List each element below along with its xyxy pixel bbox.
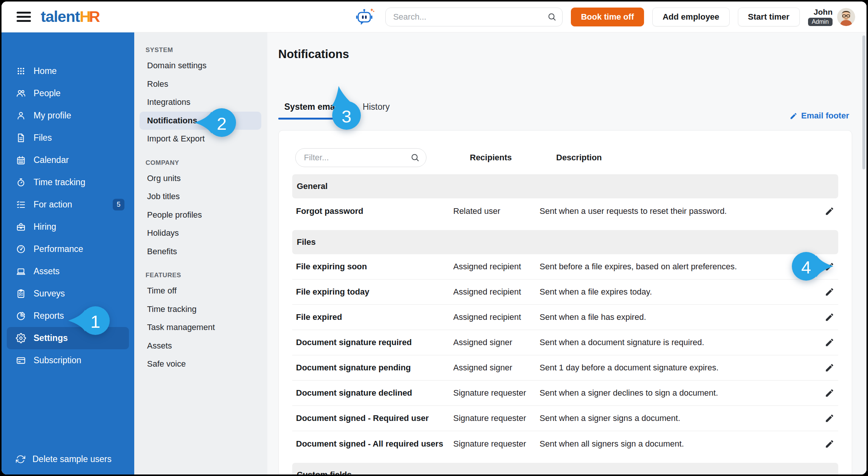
settings-nav-item-people-profiles[interactable]: People profiles xyxy=(146,206,267,224)
sidebar-item-label: Subscription xyxy=(34,355,81,365)
row-description: Sent when a document signature is requir… xyxy=(540,338,823,347)
sidebar-item-performance[interactable]: Performance xyxy=(2,238,134,260)
settings-nav-item-roles[interactable]: Roles xyxy=(146,75,267,94)
row-name: Forgot password xyxy=(296,206,453,216)
menu-icon[interactable] xyxy=(17,9,31,25)
svg-text:2: 2 xyxy=(217,114,227,134)
row-recipients: Assigned recipient xyxy=(453,312,540,322)
search-icon xyxy=(547,12,557,21)
row-description: Sent when all signers sign a document. xyxy=(540,439,823,449)
column-header-description: Description xyxy=(556,153,602,163)
people-icon xyxy=(16,88,26,98)
row-name: Document signed - All required users xyxy=(296,439,453,449)
delete-sample-users-button[interactable]: Delete sample users xyxy=(16,450,112,468)
settings-nav-item-domain-settings[interactable]: Domain settings xyxy=(146,57,267,75)
page-title: Notifications xyxy=(278,48,349,61)
edit-pencil-icon[interactable] xyxy=(823,439,834,449)
add-employee-button[interactable]: Add employee xyxy=(652,8,729,26)
filter-input[interactable] xyxy=(295,148,426,167)
sidebar-item-for-action[interactable]: For action5 xyxy=(2,193,134,216)
chatbot-icon[interactable] xyxy=(355,7,375,27)
email-footer-link[interactable]: Email footer xyxy=(790,111,849,121)
table-row: Document signature pending Assigned sign… xyxy=(292,355,838,381)
settings-nav-item-time-tracking[interactable]: Time tracking xyxy=(146,300,267,319)
settings-nav-item-org-units[interactable]: Org units xyxy=(146,169,267,188)
main-sidebar: Home People My profile Files Calendar Ti… xyxy=(2,32,134,474)
row-recipients: Signature requester xyxy=(453,388,540,398)
row-description: Sent 1 day before a document signature e… xyxy=(540,363,823,373)
gauge-icon xyxy=(16,244,26,254)
callout-marker-3: 3 xyxy=(325,85,368,131)
for-action-count-badge: 5 xyxy=(113,199,124,210)
svg-text:3: 3 xyxy=(342,106,351,126)
sidebar-item-home[interactable]: Home xyxy=(2,60,134,82)
table-header-row: Recipients Description xyxy=(295,148,835,167)
search-icon xyxy=(411,153,420,162)
table-row: Document signed - All required users Sig… xyxy=(292,431,838,456)
delete-sample-users-label: Delete sample users xyxy=(32,454,112,464)
sidebar-item-hiring[interactable]: Hiring xyxy=(2,216,134,238)
row-name: Document signed - Required user xyxy=(296,413,453,423)
sidebar-item-calendar[interactable]: Calendar xyxy=(2,149,134,171)
row-recipients: Assigned recipient xyxy=(453,287,540,297)
row-recipients: Signature requester xyxy=(453,439,540,449)
edit-pencil-icon[interactable] xyxy=(823,413,834,423)
logo-text-r: R xyxy=(89,8,100,25)
row-recipients: Assigned recipient xyxy=(453,262,540,272)
sidebar-item-label: Home xyxy=(34,66,57,76)
avatar[interactable] xyxy=(837,8,855,26)
settings-nav-item-task-management[interactable]: Task management xyxy=(146,318,267,337)
start-timer-button[interactable]: Start timer xyxy=(738,8,800,26)
row-recipients: Assigned signer xyxy=(453,338,540,347)
row-name: File expired xyxy=(296,312,453,322)
settings-nav-item-benefits[interactable]: Benefits xyxy=(146,243,267,261)
table-row: Document signature declined Signature re… xyxy=(292,381,838,406)
book-time-off-button[interactable]: Book time off xyxy=(571,8,644,26)
scrollbar-thumb[interactable] xyxy=(862,35,865,169)
sidebar-item-label: Surveys xyxy=(34,289,65,299)
section-header-files: Files xyxy=(292,230,838,254)
settings-nav-item-safe-voice[interactable]: Safe voice xyxy=(146,355,267,373)
row-recipients: Related user xyxy=(453,206,540,216)
sidebar-item-label: Performance xyxy=(34,244,83,254)
row-recipients: Assigned signer xyxy=(453,363,540,373)
settings-nav-item-holidays[interactable]: Holidays xyxy=(146,224,267,243)
sidebar-item-surveys[interactable]: Surveys xyxy=(2,283,134,305)
row-description: Sent before a file expires, based on ale… xyxy=(540,262,823,272)
section-header-general: General xyxy=(292,174,838,198)
user-icon xyxy=(16,111,26,121)
sidebar-item-label: Calendar xyxy=(34,155,69,165)
row-name: File expiring soon xyxy=(296,262,453,272)
edit-pencil-icon[interactable] xyxy=(823,388,834,398)
sidebar-item-label: Assets xyxy=(34,266,60,276)
sidebar-item-subscription[interactable]: Subscription xyxy=(2,349,134,372)
table-row: Document signature required Assigned sig… xyxy=(292,330,838,355)
edit-pencil-icon[interactable] xyxy=(823,312,834,322)
edit-pencil-icon[interactable] xyxy=(823,287,834,297)
sidebar-item-my-profile[interactable]: My profile xyxy=(2,104,134,127)
row-description: Sent when a signer declines to sign a do… xyxy=(540,388,823,398)
settings-nav-item-assets[interactable]: Assets xyxy=(146,337,267,355)
sidebar-item-time-tracking[interactable]: Time tracking xyxy=(2,171,134,193)
admin-badge: Admin xyxy=(808,18,833,26)
sidebar-item-files[interactable]: Files xyxy=(2,127,134,149)
settings-nav-item-time-off[interactable]: Time off xyxy=(146,282,267,300)
row-name: File expiring today xyxy=(296,287,453,297)
app-window: talentHR Book time off Add employee Star… xyxy=(0,0,868,476)
search-input[interactable] xyxy=(385,8,563,26)
edit-pencil-icon[interactable] xyxy=(823,206,834,216)
row-description: Sent when a user requests to reset their… xyxy=(540,206,823,216)
refresh-icon xyxy=(16,455,25,464)
row-description: Sent when a file has expired. xyxy=(540,312,823,322)
section-header-custom-fields: Custom fields xyxy=(292,463,838,476)
callout-marker-1: 1 xyxy=(67,305,111,336)
sidebar-item-assets[interactable]: Assets xyxy=(2,260,134,283)
table-row: File expiring today Assigned recipient S… xyxy=(292,279,838,305)
settings-nav-item-job-titles[interactable]: Job titles xyxy=(146,187,267,206)
sidebar-item-people[interactable]: People xyxy=(2,82,134,104)
settings-nav-section-company: COMPANY xyxy=(146,157,267,169)
user-menu[interactable]: John Admin xyxy=(808,8,855,26)
app-logo[interactable]: talentHR xyxy=(41,8,100,26)
edit-pencil-icon[interactable] xyxy=(823,338,834,347)
edit-pencil-icon[interactable] xyxy=(823,363,834,373)
